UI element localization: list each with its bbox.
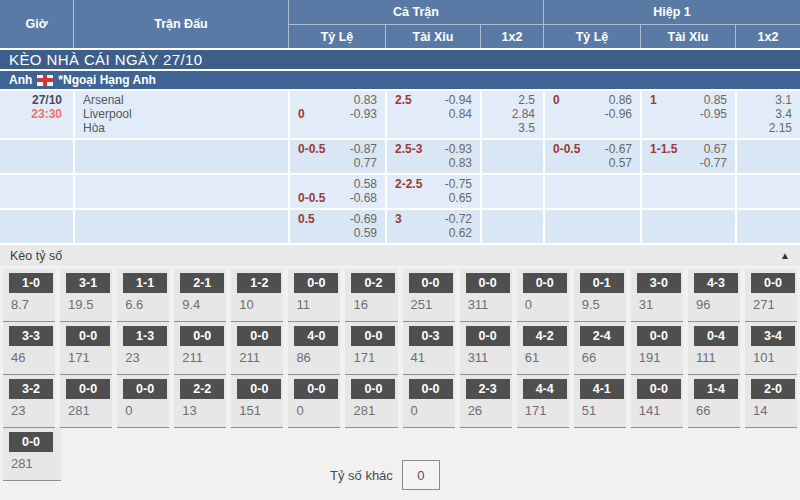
odds-value[interactable]: -0.69 [350, 212, 377, 226]
score-bet-cell[interactable]: 0-0191 [631, 322, 683, 375]
odds-row: 0.5-0.690.593-0.720.62 [0, 208, 800, 243]
score-bet-cell[interactable]: 2-19.4 [174, 269, 226, 322]
score-label: 0-0 [409, 379, 453, 399]
odds-value[interactable]: 0.83 [449, 156, 472, 170]
odds-value[interactable]: -0.87 [350, 142, 377, 156]
score-bet-cell[interactable]: 0-0251 [403, 269, 455, 322]
odds-value[interactable]: 0.58 [354, 177, 377, 191]
score-bet-cell[interactable]: 0-0151 [231, 375, 283, 428]
odds-value[interactable]: 3.4 [775, 107, 792, 121]
score-bet-cell[interactable]: 0-00 [288, 375, 340, 428]
score-bet-cell[interactable]: 2-014 [745, 375, 797, 428]
score-bet-cell[interactable]: 0-0211 [231, 322, 283, 375]
odds-value[interactable]: 2.5 [518, 93, 535, 107]
other-score-input[interactable]: 0 [402, 460, 440, 490]
odds-value[interactable]: 2.15 [769, 121, 792, 135]
score-bet-cell[interactable]: 0-00 [117, 375, 169, 428]
score-bet-cell[interactable]: 2-213 [174, 375, 226, 428]
score-bet-cell[interactable]: 0-216 [345, 269, 397, 322]
score-bet-cell[interactable]: 3-119.5 [60, 269, 112, 322]
odds-value[interactable]: -0.94 [445, 93, 472, 107]
odds-value[interactable]: -0.95 [700, 107, 727, 121]
score-bet-cell[interactable]: 0-0311 [460, 322, 512, 375]
odds-value[interactable]: 0.86 [609, 93, 632, 107]
odds-value[interactable]: -0.72 [445, 212, 472, 226]
teams-cell[interactable]: ArsenalLiverpoolHòa [73, 91, 288, 138]
handicap-label: 2-2.5 [395, 177, 422, 191]
odds-cell-h1-1x2 [735, 175, 800, 208]
score-bet-cell[interactable]: 1-323 [117, 322, 169, 375]
odds-value[interactable]: -0.93 [445, 142, 472, 156]
odds-value[interactable]: -0.68 [350, 191, 377, 205]
odds-value[interactable]: -0.75 [445, 177, 472, 191]
score-odds-value: 31 [637, 297, 683, 312]
score-bet-cell[interactable]: 4-4171 [517, 375, 569, 428]
score-bet-cell[interactable]: 1-466 [688, 375, 740, 428]
score-bet-cell[interactable]: 0-00 [403, 375, 455, 428]
score-bet-cell[interactable]: 0-0281 [60, 375, 112, 428]
score-bet-cell[interactable]: 0-341 [403, 322, 455, 375]
league-bar[interactable]: Anh *Ngoại Hạng Anh [0, 71, 800, 89]
odds-value[interactable]: 0.62 [449, 226, 472, 240]
odds-cell-ct-1x2 [480, 140, 543, 173]
score-bet-cell[interactable]: 0-0141 [631, 375, 683, 428]
score-bet-cell[interactable]: 0-0211 [174, 322, 226, 375]
odds-value[interactable]: 0.77 [354, 156, 377, 170]
score-bet-cell[interactable]: 4-261 [517, 322, 569, 375]
score-bet-cell[interactable]: 1-08.7 [3, 269, 55, 322]
odds-value[interactable]: 0.57 [609, 156, 632, 170]
score-bet-cell[interactable]: 1-210 [231, 269, 283, 322]
score-bet-cell[interactable]: 0-0311 [460, 269, 512, 322]
handicap-label: 1-1.5 [650, 142, 677, 156]
score-bet-cell[interactable]: 0-00 [517, 269, 569, 322]
odds-value[interactable]: 0.67 [704, 142, 727, 156]
odds-value[interactable]: 0.84 [449, 107, 472, 121]
score-bet-cell[interactable]: 3-223 [3, 375, 55, 428]
section-title: KÈO NHÀ CÁI NGÀY 27/10 [9, 51, 203, 68]
odds-cell-h1-tyle [543, 175, 640, 208]
score-bet-cell[interactable]: 4-086 [288, 322, 340, 375]
score-bet-cell[interactable]: 0-0171 [60, 322, 112, 375]
score-bet-cell[interactable]: 0-0271 [745, 269, 797, 322]
odds-value[interactable]: 3.1 [775, 93, 792, 107]
odds-value[interactable]: -0.96 [605, 107, 632, 121]
odds-line: -0.96 [553, 107, 632, 121]
score-bet-cell[interactable]: 3-4101 [745, 322, 797, 375]
score-label: 2-0 [751, 379, 795, 399]
score-bet-cell[interactable]: 0-0281 [3, 428, 61, 481]
odds-value[interactable]: 0.83 [354, 93, 377, 107]
score-bet-cell[interactable]: 0-0171 [345, 322, 397, 375]
score-bet-cell[interactable]: 0-4111 [688, 322, 740, 375]
odds-value[interactable]: 0.59 [354, 226, 377, 240]
collapse-arrow-icon[interactable]: ▲ [780, 250, 790, 261]
score-bet-cell[interactable]: 2-326 [460, 375, 512, 428]
score-bet-cell[interactable]: 0-0281 [345, 375, 397, 428]
odds-line: 0.77 [298, 156, 377, 170]
score-bet-cell[interactable]: 3-031 [631, 269, 683, 322]
odds-cell-h1-1x2: 3.13.42.15 [735, 91, 800, 138]
score-bet-cell[interactable]: 1-16.6 [117, 269, 169, 322]
odds-value[interactable]: 3.5 [518, 121, 535, 135]
score-bet-cell[interactable]: 4-396 [688, 269, 740, 322]
odds-line: 0.5-0.69 [298, 212, 377, 226]
score-odds-value: 0 [294, 403, 340, 418]
odds-value[interactable]: 2.84 [512, 107, 535, 121]
score-bet-cell[interactable]: 3-346 [3, 322, 55, 375]
odds-cell-h1-tyle [543, 210, 640, 243]
odds-line: 0.57 [553, 156, 632, 170]
odds-value[interactable]: 0.65 [449, 191, 472, 205]
odds-value[interactable]: -0.93 [350, 107, 377, 121]
teams-cell [73, 140, 288, 173]
score-label: 0-0 [751, 273, 795, 293]
score-odds-value: 101 [751, 350, 797, 365]
odds-value[interactable]: -0.77 [700, 156, 727, 170]
score-odds-value: 211 [180, 350, 226, 365]
score-bet-cell[interactable]: 0-011 [288, 269, 340, 322]
score-bet-cell[interactable]: 4-151 [574, 375, 626, 428]
score-odds-value: 26 [466, 403, 512, 418]
odds-value[interactable]: 0.85 [704, 93, 727, 107]
score-bet-cell[interactable]: 2-466 [574, 322, 626, 375]
score-bet-cell[interactable]: 0-19.5 [574, 269, 626, 322]
correct-score-header[interactable]: Kèo tỷ số ▲ [0, 245, 800, 266]
odds-value[interactable]: -0.67 [605, 142, 632, 156]
